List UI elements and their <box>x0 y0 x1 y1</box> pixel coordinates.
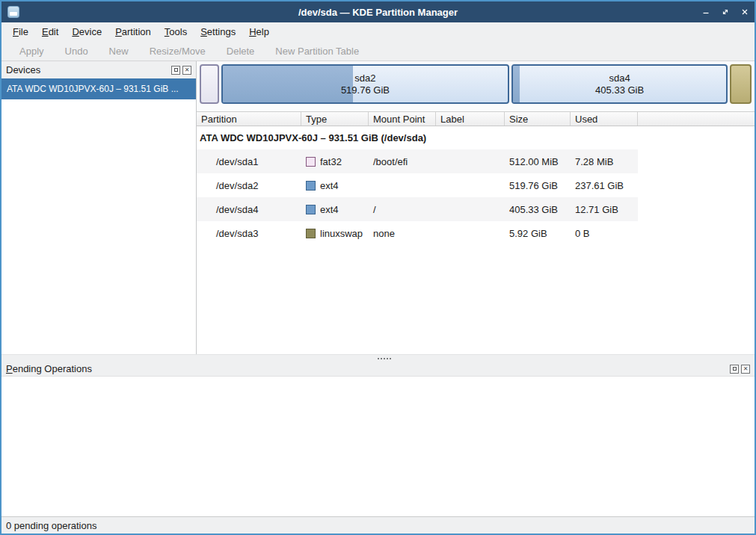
cell-used: 0 B <box>571 228 638 239</box>
fs-type-swatch <box>306 181 316 191</box>
devices-close-button[interactable]: ✕ <box>182 66 191 75</box>
partition-table: Partition Type Mount Point Label Size Us… <box>197 111 755 354</box>
partition-size: 519.76 GiB <box>341 84 390 96</box>
minimize-button[interactable] <box>696 1 716 22</box>
menu-device[interactable]: Device <box>65 24 108 40</box>
devices-panel-title: Devices <box>6 64 171 75</box>
toolbar: Apply Undo New Resize/Move Delete New Pa… <box>1 41 755 61</box>
cell-type: fat32 <box>320 156 342 167</box>
device-list-empty-area <box>1 99 196 354</box>
table-row-sda4[interactable]: /dev/sda4 ext4 / 405.33 GiB 12.71 GiB <box>197 197 638 221</box>
column-header-label[interactable]: Label <box>436 112 505 126</box>
menubar: File Edit Device Partition Tools Setting… <box>1 22 755 41</box>
column-header-partition[interactable]: Partition <box>197 112 301 126</box>
status-text: 0 pending operations <box>6 520 96 531</box>
cell-size: 519.76 GiB <box>505 180 571 191</box>
cell-partition: /dev/sda4 <box>197 204 301 215</box>
minimize-icon <box>701 7 710 16</box>
cell-mount-point: /boot/efi <box>369 156 436 167</box>
close-icon: ✕ <box>743 366 749 372</box>
new-partition-table-button[interactable]: New Partition Table <box>268 43 366 59</box>
cell-partition: /dev/sda2 <box>197 180 301 191</box>
menu-help[interactable]: Help <box>242 24 276 40</box>
partition-block-sda3[interactable] <box>730 64 752 104</box>
partition-block-sda1[interactable] <box>200 64 219 104</box>
fs-type-swatch <box>306 229 316 238</box>
column-header-size[interactable]: Size <box>505 112 571 126</box>
status-bar: 0 pending operations <box>1 516 755 534</box>
splitter-grip-icon <box>378 358 379 359</box>
menu-edit[interactable]: Edit <box>35 24 65 40</box>
cell-used: 7.28 MiB <box>571 156 638 167</box>
partition-size: 405.33 GiB <box>595 84 644 96</box>
delete-button[interactable]: Delete <box>219 43 262 59</box>
resize-move-button[interactable]: Resize/Move <box>142 43 213 59</box>
maximize-icon <box>721 7 730 16</box>
cell-type: ext4 <box>320 180 339 191</box>
float-icon <box>733 367 737 371</box>
kde-partition-manager-window: /dev/sda — KDE Partition Manager File Ed… <box>0 0 756 535</box>
cell-mount-point: / <box>369 204 436 215</box>
device-group-header[interactable]: ATA WDC WD10JPVX-60J – 931.51 GiB (/dev/… <box>197 126 755 149</box>
pending-close-button[interactable]: ✕ <box>741 365 750 374</box>
cell-size: 512.00 MiB <box>505 156 571 167</box>
horizontal-splitter[interactable] <box>1 354 755 362</box>
column-header-type[interactable]: Type <box>301 112 369 126</box>
cell-type: ext4 <box>320 204 339 215</box>
window-title: /dev/sda — KDE Partition Manager <box>1 7 755 18</box>
menu-file[interactable]: File <box>6 24 35 40</box>
table-row-sda1[interactable]: /dev/sda1 fat32 /boot/efi 512.00 MiB 7.2… <box>197 149 638 173</box>
titlebar[interactable]: /dev/sda — KDE Partition Manager <box>1 1 755 22</box>
cell-partition: /dev/sda1 <box>197 156 301 167</box>
cell-used: 12.71 GiB <box>571 204 638 215</box>
pending-float-button[interactable] <box>730 365 739 374</box>
new-button[interactable]: New <box>102 43 136 59</box>
close-icon <box>740 7 749 16</box>
menu-partition[interactable]: Partition <box>108 24 158 40</box>
menu-tools[interactable]: Tools <box>158 24 194 40</box>
close-icon: ✕ <box>185 67 190 73</box>
float-icon <box>174 68 178 72</box>
partition-name: sda4 <box>609 72 630 84</box>
column-header-mount-point[interactable]: Mount Point <box>369 112 436 126</box>
table-row-sda2[interactable]: /dev/sda2 ext4 519.76 GiB 237.61 GiB <box>197 173 638 197</box>
partition-bar: sda2 519.76 GiB sda4 405.33 GiB <box>197 61 755 111</box>
cell-type: linuxswap <box>320 228 363 239</box>
column-header-spacer <box>638 112 755 126</box>
cell-size: 405.33 GiB <box>505 204 571 215</box>
app-icon <box>7 6 19 18</box>
cell-used: 237.61 GiB <box>571 180 638 191</box>
pending-operations-list <box>1 376 755 516</box>
cell-mount-point: none <box>369 228 436 239</box>
undo-button[interactable]: Undo <box>58 43 96 59</box>
apply-button[interactable]: Apply <box>12 43 52 59</box>
fs-type-swatch <box>306 205 316 214</box>
partition-block-sda4[interactable]: sda4 405.33 GiB <box>511 64 728 104</box>
table-header: Partition Type Mount Point Label Size Us… <box>197 111 755 126</box>
devices-panel-header: Devices ✕ <box>1 61 196 78</box>
close-button[interactable] <box>735 1 755 22</box>
devices-panel: Devices ✕ ATA WDC WD10JPVX-60J – 931.51 … <box>1 61 197 354</box>
cell-partition: /dev/sda3 <box>197 228 301 239</box>
device-list-item[interactable]: ATA WDC WD10JPVX-60J – 931.51 GiB ... <box>1 78 196 99</box>
devices-float-button[interactable] <box>171 66 180 75</box>
menu-settings[interactable]: Settings <box>194 24 242 40</box>
content-area: sda2 519.76 GiB sda4 405.33 GiB <box>197 61 755 354</box>
fs-type-swatch <box>306 157 316 167</box>
partition-name: sda2 <box>354 72 375 84</box>
main-area: Devices ✕ ATA WDC WD10JPVX-60J – 931.51 … <box>1 61 755 354</box>
column-header-used[interactable]: Used <box>571 112 638 126</box>
pending-operations-title: Pending Operations <box>6 363 730 374</box>
partition-block-sda2[interactable]: sda2 519.76 GiB <box>221 64 509 104</box>
cell-size: 5.92 GiB <box>505 228 571 239</box>
pending-operations-header: Pending Operations ✕ <box>1 362 755 376</box>
table-row-sda3[interactable]: /dev/sda3 linuxswap none 5.92 GiB 0 B <box>197 221 638 245</box>
maximize-button[interactable] <box>716 1 735 22</box>
